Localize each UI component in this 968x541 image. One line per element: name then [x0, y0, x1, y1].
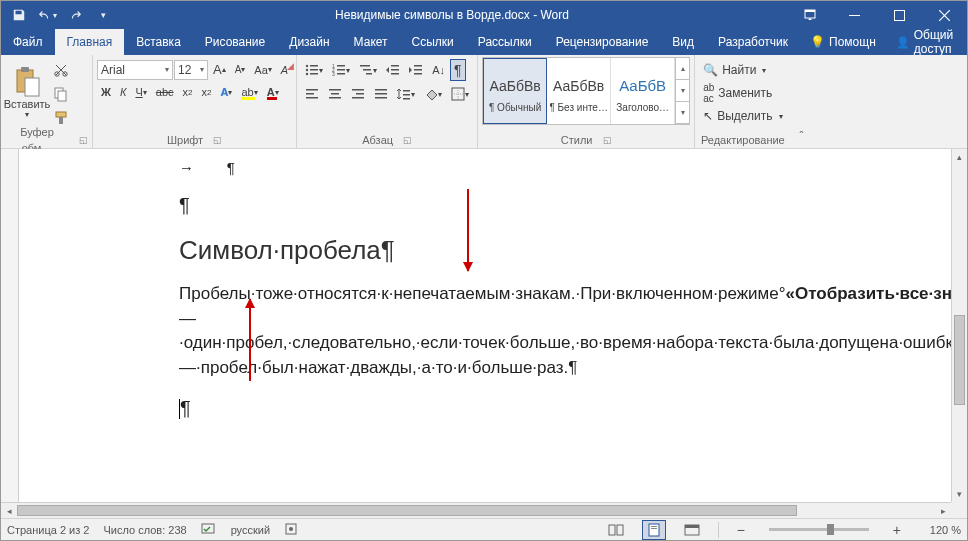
- styles-scroll-down[interactable]: ▾: [676, 80, 689, 102]
- scroll-up-button[interactable]: ▴: [952, 149, 967, 165]
- scroll-v-track[interactable]: [952, 165, 967, 486]
- scroll-h-thumb[interactable]: [17, 505, 797, 516]
- bold-button[interactable]: Ж: [97, 83, 115, 101]
- minimize-button[interactable]: [832, 1, 877, 29]
- underline-button[interactable]: Ч▾: [131, 83, 150, 101]
- select-button[interactable]: ↖Выделить▾: [699, 105, 786, 127]
- decrease-indent-button[interactable]: [382, 60, 404, 80]
- text-effects-button[interactable]: A▾: [216, 83, 236, 101]
- svg-rect-18: [310, 73, 318, 75]
- paste-button[interactable]: Вставить ▾: [5, 57, 49, 127]
- zoom-slider[interactable]: [769, 528, 869, 531]
- close-button[interactable]: [922, 1, 967, 29]
- find-button[interactable]: 🔍Найти▾: [699, 59, 786, 81]
- status-macros[interactable]: [284, 522, 300, 538]
- tab-insert[interactable]: Вставка: [124, 29, 193, 55]
- italic-button[interactable]: К: [116, 83, 130, 101]
- document-viewport[interactable]: → ¶ ¶ Символ·пробела¶ Пробелы·тоже·относ…: [19, 149, 951, 502]
- tab-home[interactable]: Главная: [55, 29, 125, 55]
- tab-view[interactable]: Вид: [660, 29, 706, 55]
- scroll-v-thumb[interactable]: [954, 315, 965, 405]
- scroll-right-button[interactable]: ▸: [935, 503, 951, 518]
- grow-font-button[interactable]: A▴: [209, 59, 230, 80]
- svg-rect-56: [617, 525, 623, 535]
- vertical-scrollbar[interactable]: ▴ ▾: [951, 149, 967, 502]
- zoom-level[interactable]: 120 %: [919, 524, 961, 536]
- clear-formatting-button[interactable]: A◢: [277, 61, 292, 79]
- font-size-picker[interactable]: 12▾: [174, 60, 208, 80]
- scroll-down-button[interactable]: ▾: [952, 486, 967, 502]
- font-color-button[interactable]: A▾: [263, 83, 283, 101]
- show-hide-button[interactable]: ¶: [450, 59, 466, 81]
- tab-review[interactable]: Рецензирование: [544, 29, 661, 55]
- borders-button[interactable]: ▾: [447, 84, 473, 104]
- tab-draw[interactable]: Рисование: [193, 29, 277, 55]
- scroll-left-button[interactable]: ◂: [1, 503, 17, 518]
- styles-expand[interactable]: ▾: [676, 102, 689, 124]
- zoom-out-button[interactable]: −: [733, 522, 749, 538]
- sort-button[interactable]: A↓: [428, 61, 449, 79]
- cut-button[interactable]: [49, 59, 73, 81]
- bullets-button[interactable]: ▾: [301, 60, 327, 80]
- copy-button[interactable]: [49, 83, 73, 105]
- multilevel-list-button[interactable]: ▾: [355, 60, 381, 80]
- vertical-ruler[interactable]: [1, 149, 19, 502]
- tab-developer[interactable]: Разработчик: [706, 29, 800, 55]
- view-web-layout[interactable]: [680, 520, 704, 540]
- view-print-layout[interactable]: [642, 520, 666, 540]
- align-center-button[interactable]: [324, 84, 346, 104]
- zoom-slider-thumb[interactable]: [827, 524, 834, 535]
- line-spacing-button[interactable]: ▾: [393, 84, 419, 104]
- status-wordcount[interactable]: Число слов: 238: [103, 524, 186, 536]
- highlight-button[interactable]: ab▾: [237, 83, 261, 101]
- shading-button[interactable]: ▾: [420, 84, 446, 104]
- tab-design[interactable]: Дизайн: [277, 29, 341, 55]
- ribbon-options-button[interactable]: [787, 1, 832, 29]
- superscript-button[interactable]: x2: [197, 83, 215, 101]
- paragraph-launcher[interactable]: ◱: [403, 132, 412, 148]
- tab-layout[interactable]: Макет: [342, 29, 400, 55]
- style-normal[interactable]: АаБбВв ¶ Обычный: [483, 58, 547, 124]
- maximize-button[interactable]: [877, 1, 922, 29]
- svg-rect-61: [685, 525, 699, 528]
- svg-point-54: [289, 527, 293, 531]
- status-page[interactable]: Страница 2 из 2: [7, 524, 89, 536]
- numbering-button[interactable]: 123▾: [328, 60, 354, 80]
- justify-button[interactable]: [370, 84, 392, 104]
- styles-launcher[interactable]: ◱: [603, 132, 612, 148]
- share-button[interactable]: 👤Общий доступ: [886, 29, 967, 55]
- shrink-font-button[interactable]: A▾: [231, 61, 250, 78]
- status-language[interactable]: русский: [231, 524, 270, 536]
- macro-icon: [284, 522, 300, 536]
- align-left-button[interactable]: [301, 84, 323, 104]
- clipboard-launcher[interactable]: ◱: [79, 132, 88, 148]
- tab-mailings[interactable]: Рассылки: [466, 29, 544, 55]
- undo-button[interactable]: ▾: [33, 1, 61, 29]
- align-left-icon: [305, 87, 319, 101]
- scroll-h-track[interactable]: [17, 503, 935, 518]
- strikethrough-button[interactable]: abc: [152, 83, 178, 101]
- replace-button[interactable]: abacЗаменить: [699, 82, 786, 104]
- subscript-button[interactable]: x2: [179, 83, 197, 101]
- font-launcher[interactable]: ◱: [213, 132, 222, 148]
- increase-indent-button[interactable]: [405, 60, 427, 80]
- zoom-in-button[interactable]: +: [889, 522, 905, 538]
- view-read-mode[interactable]: [604, 520, 628, 540]
- tell-me-search[interactable]: 💡Помощн: [800, 29, 886, 55]
- redo-button[interactable]: [61, 1, 89, 29]
- horizontal-scrollbar[interactable]: ◂ ▸: [1, 502, 951, 518]
- font-name-picker[interactable]: Arial▾: [97, 60, 173, 80]
- qat-customize-button[interactable]: ▾: [89, 1, 117, 29]
- page[interactable]: → ¶ ¶ Символ·пробела¶ Пробелы·тоже·относ…: [19, 149, 951, 430]
- collapse-ribbon-button[interactable]: ˆ: [791, 55, 813, 148]
- svg-rect-58: [651, 526, 657, 527]
- style-no-spacing[interactable]: АаБбВв ¶ Без инте…: [547, 58, 611, 124]
- style-heading1[interactable]: АаБбВ Заголово…: [611, 58, 675, 124]
- styles-scroll-up[interactable]: ▴: [676, 58, 689, 80]
- tab-file[interactable]: Файл: [1, 29, 55, 55]
- tab-references[interactable]: Ссылки: [400, 29, 466, 55]
- save-button[interactable]: [5, 1, 33, 29]
- status-spellcheck[interactable]: [201, 522, 217, 538]
- align-right-button[interactable]: [347, 84, 369, 104]
- change-case-button[interactable]: Aa▾: [250, 61, 275, 79]
